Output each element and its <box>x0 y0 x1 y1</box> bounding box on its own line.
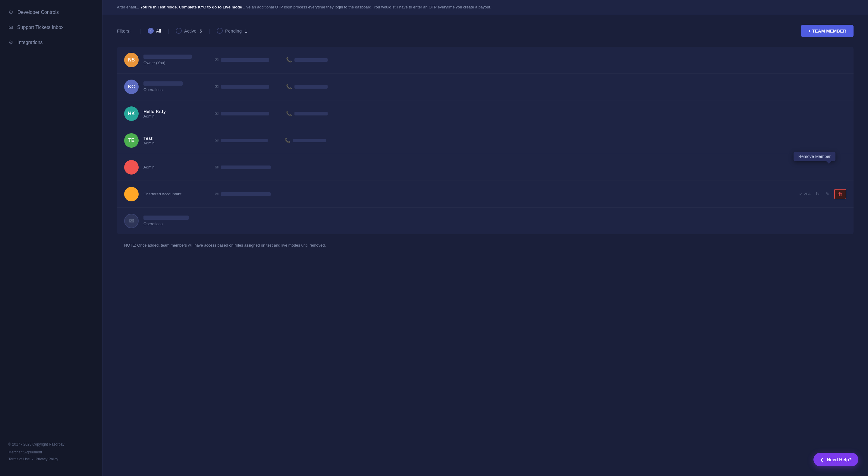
content-area: Filters: | All | Active 6 | Pending 1 + … <box>102 15 868 476</box>
phone-contact: 📞 <box>284 138 326 143</box>
table-row: Admin ✉ Remove Member <box>117 154 854 181</box>
gear-icon: ⚙ <box>8 9 13 16</box>
two-fa-icon: ⊘ <box>799 192 803 196</box>
table-row: NS Owner (You) ✉ 📞 <box>117 47 854 73</box>
banner-prefix: After enabl... <box>117 5 140 9</box>
email-placeholder <box>221 112 269 115</box>
member-info: Chartered Accountant <box>144 192 210 196</box>
pending-count: 1 <box>245 28 247 33</box>
note-bar: NOTE: Once added, team members will have… <box>117 237 854 254</box>
need-help-button[interactable]: ❮ Need Help? <box>813 453 858 466</box>
filter-active-button[interactable]: Active 6 <box>173 27 204 35</box>
table-row: HK Hello Kitty Admin ✉ 📞 <box>117 100 854 127</box>
pending-filter-circle <box>217 28 223 34</box>
edit-button[interactable]: ✎ <box>824 190 831 198</box>
sidebar-item-developer-controls[interactable]: ⚙ Developer Controls <box>0 5 102 20</box>
table-row: KC Operations ✉ 📞 <box>117 73 854 100</box>
member-info: Admin <box>144 165 210 170</box>
table-row: TE Test Admin ✉ 📞 <box>117 127 854 154</box>
table-row: Chartered Accountant ✉ ⊘ 2FA ↻ ✎ 🗑 <box>117 181 854 208</box>
refresh-button[interactable]: ↻ <box>814 190 821 198</box>
member-contact: ✉ 📞 <box>215 111 846 116</box>
table-row: ✉ Operations <box>117 208 854 234</box>
email-icon: ✉ <box>215 111 218 116</box>
member-name: Hello Kitty <box>144 109 210 114</box>
two-fa-label: 2FA <box>804 192 811 196</box>
email-contact: ✉ <box>215 57 269 63</box>
privacy-link[interactable]: Privacy Policy <box>36 456 58 463</box>
phone-icon: 📞 <box>286 84 292 90</box>
member-contact: ✉ <box>215 191 795 197</box>
add-team-member-button[interactable]: + TEAM MEMBER <box>801 25 854 37</box>
email-contact: ✉ <box>215 191 271 197</box>
email-contact: ✉ <box>215 111 269 116</box>
all-filter-circle <box>148 28 154 34</box>
name-placeholder <box>144 55 192 59</box>
member-info: Operations <box>144 215 210 226</box>
email-placeholder <box>221 58 269 62</box>
avatar: TE <box>124 133 138 148</box>
email-icon: ✉ <box>215 84 218 90</box>
phone-contact: 📞 <box>286 84 328 90</box>
avatar: HK <box>124 107 138 121</box>
member-role: Owner (You) <box>144 61 210 65</box>
email-avatar-icon: ✉ <box>129 217 134 225</box>
remove-member-tooltip: Remove Member <box>794 152 835 161</box>
main-content: After enabl... You're in Test Mode. Comp… <box>102 0 868 476</box>
members-list: NS Owner (You) ✉ 📞 <box>117 47 854 234</box>
phone-placeholder <box>294 85 328 89</box>
email-contact: ✉ <box>215 84 269 90</box>
phone-placeholder <box>293 139 326 142</box>
avatar <box>124 187 138 201</box>
gear-icon: ⚙ <box>8 39 13 46</box>
footer-links: Terms of Use • Privacy Policy <box>8 456 94 463</box>
member-actions: ⊘ 2FA ↻ ✎ 🗑 <box>799 189 846 199</box>
member-info: Owner (You) <box>144 55 210 65</box>
delete-member-button[interactable]: 🗑 <box>834 189 846 199</box>
name-placeholder <box>144 215 189 220</box>
copyright-text: © 2017 - 2023 Copyright Razorpay <box>8 441 94 448</box>
email-icon: ✉ <box>215 57 218 63</box>
filter-pending-button[interactable]: Pending 1 <box>214 27 250 35</box>
sidebar-item-integrations[interactable]: ⚙ Integrations <box>0 35 102 50</box>
member-role: Operations <box>144 221 210 226</box>
banner-suffix: ...ve an additional OTP login process ev… <box>243 5 491 9</box>
sidebar-item-support-tickets[interactable]: ✉ Support Tickets Inbox <box>0 20 102 35</box>
sidebar: ⚙ Developer Controls ✉ Support Tickets I… <box>0 0 102 476</box>
inbox-icon: ✉ <box>8 24 13 31</box>
email-contact: ✉ <box>215 138 268 143</box>
email-icon: ✉ <box>215 164 218 170</box>
note-text: NOTE: Once added, team members will have… <box>124 243 326 247</box>
need-help-label: Need Help? <box>827 457 852 462</box>
member-info: Test Admin <box>144 136 210 145</box>
member-info: Hello Kitty Admin <box>144 109 210 118</box>
email-placeholder <box>221 166 271 169</box>
member-contact: ✉ 📞 <box>215 138 846 143</box>
member-role: Admin <box>144 114 210 118</box>
merchant-agreement-link[interactable]: Merchant Agreement <box>8 449 94 456</box>
phone-placeholder <box>294 112 328 115</box>
phone-placeholder <box>294 58 328 62</box>
filters-label: Filters: <box>117 28 130 33</box>
member-role: Admin <box>144 141 210 145</box>
avatar: ✉ <box>124 214 138 228</box>
active-filter-circle <box>176 28 182 34</box>
two-fa-badge: ⊘ 2FA <box>799 192 811 196</box>
filter-sep-3: | <box>209 28 210 34</box>
sidebar-footer: © 2017 - 2023 Copyright Razorpay Merchan… <box>0 435 102 469</box>
test-mode-banner: After enabl... You're in Test Mode. Comp… <box>102 0 868 15</box>
active-count: 6 <box>199 28 202 33</box>
filter-all-button[interactable]: All <box>145 27 164 35</box>
sidebar-item-label: Integrations <box>18 40 43 45</box>
name-placeholder <box>144 81 183 86</box>
sidebar-navigation: ⚙ Developer Controls ✉ Support Tickets I… <box>0 0 102 435</box>
email-icon: ✉ <box>215 191 218 197</box>
phone-icon: 📞 <box>286 111 292 116</box>
email-icon: ✉ <box>215 138 218 143</box>
member-info: Operations <box>144 81 210 92</box>
email-placeholder <box>221 139 268 142</box>
member-contact: ✉ 📞 <box>215 84 846 90</box>
terms-link[interactable]: Terms of Use <box>8 456 30 463</box>
avatar: NS <box>124 53 138 67</box>
email-placeholder <box>221 85 269 89</box>
